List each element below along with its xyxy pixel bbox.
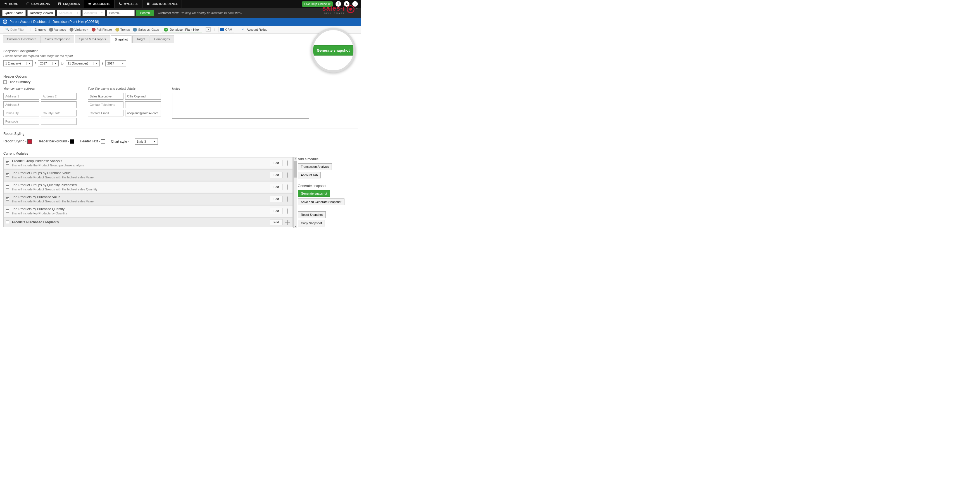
search-input[interactable] <box>107 10 135 16</box>
job-title-input[interactable]: Sales Executive <box>88 93 124 100</box>
report-styling-title: Report Styling - <box>3 132 358 136</box>
account-dropdown[interactable]: ▼ <box>205 27 211 32</box>
module-edit-button[interactable]: Edit <box>270 196 282 202</box>
search-scope-select[interactable]: Search all ▼ <box>57 10 81 16</box>
module-edit-button[interactable]: Edit <box>270 172 282 178</box>
tab-sales-comparison[interactable]: Sales Comparison <box>41 35 75 43</box>
report-styling-row: Report Styling - Header background - Hea… <box>3 138 358 144</box>
account-selector[interactable]: ● Donaldson Plant Hire <box>162 27 202 32</box>
from-month-select[interactable]: 1 (January)▼ <box>3 60 33 67</box>
account-rollup-toggle[interactable]: Account Rollup <box>242 28 267 31</box>
telephone-value-input[interactable] <box>125 102 161 108</box>
chart-style-select[interactable]: Style 3▼ <box>135 138 158 144</box>
address3-input[interactable]: Address 3 <box>3 102 39 108</box>
generate-snapshot-button[interactable]: Generate snapshot <box>298 190 330 197</box>
nav-control-panel-label: CONTROL PANEL <box>151 2 178 6</box>
drag-handle-icon[interactable] <box>285 160 290 165</box>
transaction-analysis-button[interactable]: Transaction Analysis <box>298 163 332 170</box>
nav-mycalls[interactable]: MYCALLS <box>115 0 143 8</box>
to-year-select[interactable]: 2017▼ <box>105 60 126 67</box>
enquiry-sales-vs-gaps[interactable]: Sales vs. Gaps <box>133 28 159 32</box>
quick-search-button[interactable]: Quick Search <box>2 10 26 16</box>
side-panel: Add a module Transaction Analysis Accoun… <box>298 157 376 228</box>
nav-accounts[interactable]: ACCOUNTS <box>84 0 115 8</box>
hide-summary-toggle[interactable]: Hide Summary <box>3 80 358 84</box>
town-input[interactable]: Town/City <box>3 110 39 116</box>
tab-target[interactable]: Target <box>132 35 150 43</box>
color-swatch-black[interactable] <box>70 139 74 144</box>
drag-handle-icon[interactable] <box>285 184 290 190</box>
telephone-input[interactable]: Contact Telephone <box>88 102 124 108</box>
module-row: Top Product Groups by Quantity Purchased… <box>3 181 293 193</box>
nav-home[interactable]: HOME <box>0 0 22 8</box>
tab-spend-mix[interactable]: Spend Mix Analysis <box>75 35 110 43</box>
reset-snapshot-button[interactable]: Reset Snapshot <box>298 211 326 218</box>
tab-campaigns[interactable]: Campaigns <box>150 35 174 43</box>
drag-handle-icon[interactable] <box>285 173 290 178</box>
date-filter-label: Date Filter <box>10 28 25 31</box>
module-checkbox[interactable] <box>6 161 9 165</box>
drag-handle-icon[interactable] <box>285 220 290 225</box>
search-button[interactable]: Search <box>136 10 154 16</box>
header-options-title: Header Options <box>3 75 358 78</box>
enquiry-trends[interactable]: Trends <box>115 28 130 32</box>
search-type-select[interactable]: Accounts ▼ <box>83 10 105 16</box>
module-checkbox[interactable] <box>6 221 9 224</box>
document-icon <box>58 2 61 6</box>
notes-textarea[interactable] <box>172 93 309 119</box>
enquiry-bar: 🔍 Date Filter | Enquiry: Variance Varian… <box>0 26 361 33</box>
module-edit-button[interactable]: Edit <box>270 184 282 190</box>
module-edit-button[interactable]: Edit <box>270 208 282 214</box>
drag-handle-icon[interactable] <box>285 208 290 214</box>
module-desc: this will include top Products by Quanti… <box>12 212 267 215</box>
county-input[interactable]: County/State <box>41 110 76 116</box>
module-edit-button[interactable]: Edit <box>270 160 282 166</box>
enquiry-variance[interactable]: Variance <box>49 28 66 32</box>
recently-viewed-button[interactable]: Recently Viewed <box>27 10 55 16</box>
address4-input[interactable] <box>41 102 76 108</box>
email-label-input[interactable]: Contact Email <box>88 110 124 116</box>
scrollbar[interactable]: ▲ ▼ <box>293 157 297 228</box>
tab-customer-dashboard[interactable]: Customer Dashboard <box>3 35 40 43</box>
to-month-select[interactable]: 11 (November)▼ <box>66 60 100 67</box>
save-generate-button[interactable]: Save and Generate Snapshot <box>298 198 344 205</box>
magnified-generate-button: Generate snapshot <box>313 45 353 56</box>
date-range-row: 1 (January)▼ / 2017▼ to 11 (November)▼ /… <box>3 60 358 67</box>
scroll-thumb[interactable] <box>294 161 297 178</box>
color-swatch-white[interactable] <box>101 139 105 144</box>
from-year-select[interactable]: 2017▼ <box>38 60 58 67</box>
module-edit-button[interactable]: Edit <box>270 219 282 225</box>
module-text: Top Product Groups by Quantity Purchased… <box>12 183 267 191</box>
date-filter-button[interactable]: 🔍 Date Filter <box>3 27 27 32</box>
copy-snapshot-button[interactable]: Copy Snapshot <box>298 220 325 226</box>
address1-input[interactable]: Address 1 <box>3 93 39 100</box>
postcode2-input[interactable] <box>41 118 76 125</box>
nav-mycalls-label: MYCALLS <box>124 2 138 6</box>
module-checkbox[interactable] <box>6 197 9 201</box>
logo-swirl-icon <box>347 5 355 13</box>
chevron-down-icon: ▼ <box>120 62 124 65</box>
company-address-label: Your company address <box>3 87 76 90</box>
module-text: Product Group Purchase Analysisthis will… <box>12 159 267 167</box>
module-checkbox[interactable] <box>6 173 9 177</box>
crm-button[interactable]: CRM <box>218 27 234 32</box>
nav-campaigns[interactable]: CAMPAIGNS <box>22 0 54 8</box>
logo-text: sales-i <box>322 5 345 12</box>
module-title: Top Product Groups by Purchase Value <box>12 171 267 175</box>
header-text-label: Header Text - <box>80 139 105 144</box>
postcode-input[interactable]: Postcode <box>3 118 39 125</box>
color-swatch-red[interactable] <box>27 139 32 144</box>
nav-control-panel[interactable]: CONTROL PANEL <box>143 0 182 8</box>
magnifier-callout: Generate snapshot <box>311 28 356 73</box>
address2-input[interactable]: Address 2 <box>41 93 76 100</box>
contact-name-input[interactable]: Ollie Copland <box>125 93 161 100</box>
module-checkbox[interactable] <box>6 186 9 189</box>
nav-enquiries[interactable]: ENQUIRIES <box>54 0 84 8</box>
tab-snapshot[interactable]: Snapshot <box>111 35 132 43</box>
enquiry-full-picture[interactable]: Full Picture <box>92 28 112 32</box>
module-checkbox[interactable] <box>6 210 9 213</box>
enquiry-variance-plus[interactable]: Variance+ <box>70 28 88 32</box>
account-tab-button[interactable]: Account Tab <box>298 172 321 178</box>
email-value-input[interactable]: ocopland@sales-i.com <box>125 110 161 116</box>
drag-handle-icon[interactable] <box>285 197 290 202</box>
